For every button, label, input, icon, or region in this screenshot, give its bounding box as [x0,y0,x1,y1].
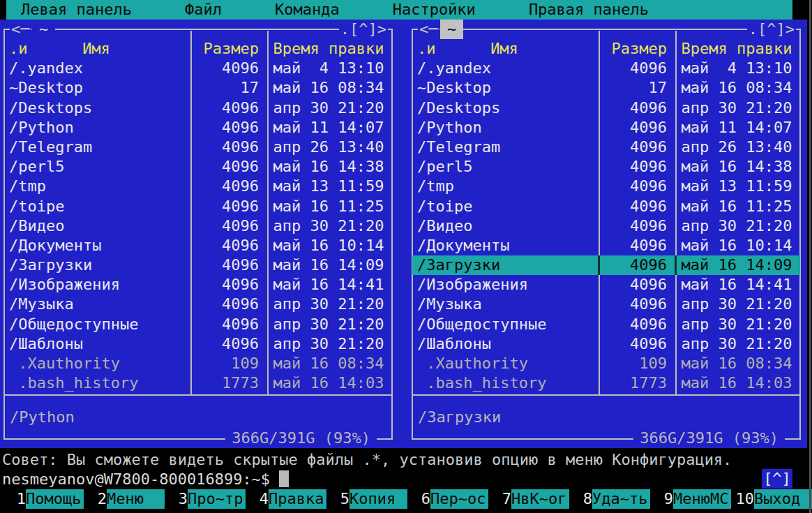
fkey-9[interactable]: 9МенюМС [650,489,731,509]
file-row[interactable]: /Шаблоны4096апр 30 21:20 [4,334,392,354]
fkey-1[interactable]: 1Помощь [3,489,84,509]
file-row[interactable]: /Документы4096май 16 10:14 [4,236,392,255]
file-mtime: апр 26 13:40 [673,137,800,157]
file-row[interactable]: ~Desktop17май 16 08:34 [412,78,800,98]
function-key-bar: 1Помощь2Меню 3Про~тр4Правка5Копия 6Пер~о… [0,489,812,509]
fkey-number: 2 [84,489,107,509]
file-row[interactable]: /Telegram4096апр 26 13:40 [412,137,800,157]
file-row[interactable]: /Музыка4096апр 30 21:20 [412,295,800,314]
fkey-8[interactable]: 8Уда~ть [569,489,650,509]
file-row[interactable]: /Шаблоны4096апр 30 21:20 [412,334,800,354]
file-size: 4096 [596,157,673,177]
file-row[interactable]: /tmp4096май 13 11:59 [4,177,392,196]
menu-item-5[interactable]: Правая панель [529,0,649,20]
file-name: /Видео [4,216,188,236]
file-name: /Видео [412,216,596,236]
file-name: /Документы [412,236,596,255]
file-row[interactable]: /perl54096май 16 14:38 [4,157,392,177]
file-mtime: май 16 08:34 [673,354,800,373]
panel-up-icon[interactable]: .[^]> [747,20,796,39]
file-row[interactable]: /perl54096май 16 14:38 [412,157,800,177]
column-header-name[interactable]: .иИмя [412,39,596,59]
fkey-label: Выход [754,489,812,509]
menu-item-4[interactable]: Настройки [393,0,476,20]
column-header-mtime[interactable]: Время правки [265,39,392,59]
file-mtime: май 16 10:14 [673,236,800,255]
menu-items: Левая панельФайлКомандаНастройкиПравая п… [6,0,792,20]
fkey-4[interactable]: 4Правка [246,489,326,509]
file-row[interactable]: /Python4096май 11 14:07 [4,118,392,137]
file-size: 109 [188,354,265,373]
file-mtime: май 13 11:59 [265,177,392,196]
file-name: /tmp [4,177,188,196]
file-row[interactable]: /Desktops4096апр 30 21:20 [412,98,800,118]
file-row[interactable]: /toipe4096май 16 11:25 [4,197,392,216]
file-row[interactable]: .Xauthority109май 16 08:34 [4,354,392,373]
file-row[interactable]: /Desktops4096апр 30 21:20 [4,98,392,118]
file-row[interactable]: /toipe4096май 16 11:25 [412,197,800,216]
fkey-label: Правка [269,489,326,509]
history-back-icon[interactable]: <─ [10,20,31,39]
panel-path[interactable]: ~ [440,20,463,39]
file-row[interactable]: /Загрузки4096май 16 14:09 [412,255,800,275]
scroll-up-indicator[interactable]: [^] [762,469,792,489]
fkey-number: 5 [326,489,349,509]
column-header-size[interactable]: Размер [188,39,265,59]
file-row[interactable]: /Общедоступные4096апр 30 21:20 [4,315,392,334]
file-mtime: апр 30 21:20 [265,295,392,314]
terminal-scrollbar[interactable] [809,0,811,513]
file-row[interactable]: /Изображения4096май 16 14:41 [4,275,392,295]
file-row[interactable]: /Видео4096апр 30 21:20 [412,216,800,236]
file-size: 4096 [188,177,265,196]
file-mtime: май 11 14:07 [673,118,800,137]
file-size: 4096 [188,59,265,78]
menu-item-1[interactable]: Левая панель [21,0,132,20]
file-row[interactable]: /Музыка4096апр 30 21:20 [4,295,392,314]
file-row[interactable]: /Telegram4096апр 26 13:40 [4,137,392,157]
fkey-10[interactable]: 10Выход [731,489,812,509]
panels-area: <─ ~ .[^]> .иИмяРазмерВремя правки/.yand… [0,20,807,448]
file-name: /perl5 [4,157,188,177]
file-row[interactable]: .Xauthority109май 16 08:34 [412,354,800,373]
menu-item-2[interactable]: Файл [185,0,222,20]
panel-up-icon[interactable]: .[^]> [339,20,388,39]
file-size: 4096 [188,137,265,157]
file-size: 4096 [188,98,265,118]
fkey-5[interactable]: 5Копия [326,489,407,509]
column-header-mtime[interactable]: Время правки [673,39,800,59]
mini-status: /Python [10,408,75,427]
file-mtime: май 4 13:10 [673,59,800,78]
file-row[interactable]: /Общедоступные4096апр 30 21:20 [412,315,800,334]
command-line[interactable]: nesmeyanov@W7800-800016899:~$ [2,470,289,489]
file-name: /Desktops [4,98,188,118]
fkey-number: 6 [407,489,430,509]
file-row[interactable]: .bash_history1773май 16 14:03 [412,373,800,393]
file-row[interactable]: /Python4096май 11 14:07 [412,118,800,137]
file-size: 4096 [188,216,265,236]
file-row[interactable]: ~Desktop17май 16 08:34 [4,78,392,98]
file-row[interactable]: /.yandex4096май 4 13:10 [4,59,392,78]
file-row[interactable]: .bash_history1773май 16 14:03 [4,373,392,393]
file-name: /tmp [412,177,596,196]
column-header-name[interactable]: .иИмя [4,39,188,59]
file-mtime: май 16 14:03 [265,373,392,393]
fkey-7[interactable]: 7НвК~ог [488,489,569,509]
file-row[interactable]: /Изображения4096май 16 14:41 [412,275,800,295]
panel-separator-line [4,394,392,396]
fkey-3[interactable]: 3Про~тр [165,489,246,509]
file-list: .иИмяРазмерВремя правки/.yandex4096май 4… [412,39,800,393]
column-header-size[interactable]: Размер [596,39,673,59]
file-row[interactable]: /Документы4096май 16 10:14 [412,236,800,255]
file-row[interactable]: /.yandex4096май 4 13:10 [412,59,800,78]
file-row[interactable]: /Загрузки4096май 16 14:09 [4,255,392,275]
panel-path[interactable]: ~ [32,20,55,39]
file-size: 4096 [188,255,265,275]
file-row[interactable]: /tmp4096май 13 11:59 [412,177,800,196]
file-row[interactable]: /Видео4096апр 30 21:20 [4,216,392,236]
fkey-2[interactable]: 2Меню [84,489,165,509]
fkey-6[interactable]: 6Пер~ос [407,489,488,509]
history-back-icon[interactable]: <─ [418,20,439,39]
menu-item-3[interactable]: Команда [275,0,340,20]
file-size: 4096 [188,118,265,137]
file-list-header: .иИмяРазмерВремя правки [412,39,800,59]
